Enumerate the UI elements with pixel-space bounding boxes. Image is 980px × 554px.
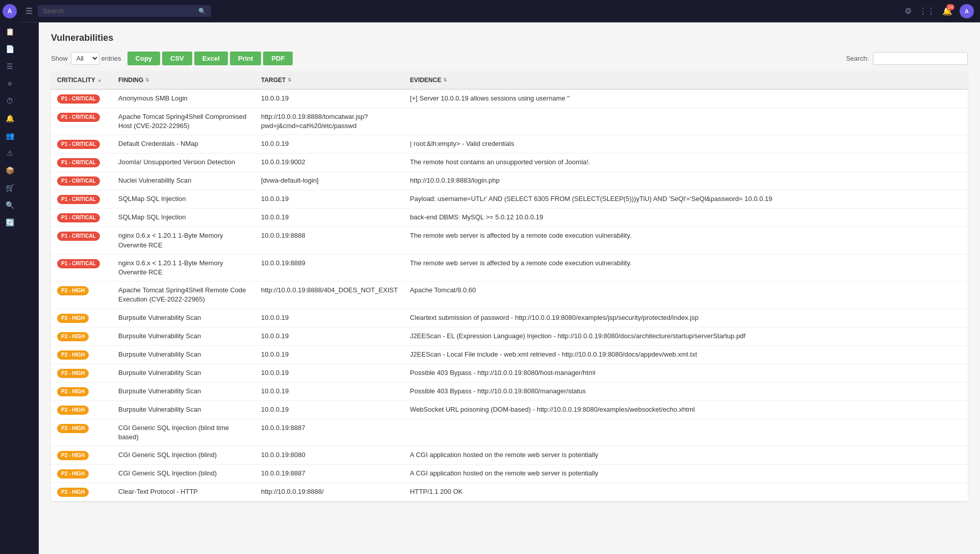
entries-label: entries xyxy=(101,55,121,62)
cell-target: 10.0.0.19 xyxy=(255,364,404,382)
sidebar-icon-reports[interactable]: 📋 xyxy=(3,24,17,39)
sidebar-icon-activity[interactable]: ⏱ xyxy=(3,94,17,108)
cell-criticality: P2 - HIGH xyxy=(51,282,112,309)
hamburger-icon[interactable]: ☰ xyxy=(25,6,33,16)
sidebar-icon-docs[interactable]: 📄 xyxy=(3,42,17,56)
sidebar-icon-refresh[interactable]: 🔄 xyxy=(3,215,17,230)
sidebar-icon-packages[interactable]: 📦 xyxy=(3,163,17,178)
csv-button[interactable]: CSV xyxy=(162,52,192,65)
cell-evidence: back-end DBMS: MySQL >= 5.0.12 10.0.0.19 xyxy=(404,209,968,227)
gear-icon[interactable]: ⚙ xyxy=(905,6,912,16)
cell-evidence: Possible 403 Bypass - http://10.0.0.19:8… xyxy=(404,364,968,382)
cell-target: 10.0.0.19:8887 xyxy=(255,419,404,446)
cell-evidence xyxy=(404,419,968,446)
cell-finding: Burpsuite Vulnerability Scan xyxy=(112,327,255,345)
severity-badge: P1 - CRITICAL xyxy=(57,213,100,222)
sidebar-logo[interactable]: A xyxy=(3,4,17,18)
table-search: Search: xyxy=(846,52,968,65)
search-bar: 🔍 xyxy=(38,5,211,17)
sidebar-icon-notifications[interactable]: 🔔 xyxy=(3,111,17,125)
table-search-input[interactable] xyxy=(873,52,968,65)
cell-evidence: WebSocket URL poisoning (DOM-based) - ht… xyxy=(404,400,968,419)
col-evidence[interactable]: EVIDENCE ⇅ xyxy=(404,71,968,89)
cell-target: http://10.0.0.19:8888/404_DOES_NOT_EXIST xyxy=(255,282,404,309)
cell-target: [dvwa-default-login] xyxy=(255,172,404,190)
cell-target: 10.0.0.19:8888 xyxy=(255,227,404,254)
show-select[interactable]: All 10 25 50 100 xyxy=(71,52,99,65)
table-row: P2 - HIGH Burpsuite Vulnerability Scan 1… xyxy=(51,382,968,400)
table-row: P2 - HIGH Burpsuite Vulnerability Scan 1… xyxy=(51,309,968,327)
severity-badge: P2 - HIGH xyxy=(57,369,89,378)
cell-finding: nginx 0.6.x < 1.20.1 1-Byte Memory Overw… xyxy=(112,227,255,254)
cell-target: 10.0.0.19 xyxy=(255,400,404,419)
table-row: P1 - CRITICAL Joomla! Unsupported Versio… xyxy=(51,154,968,172)
cell-finding: Apache Tomcat Spring4Shell Compromised H… xyxy=(112,108,255,135)
controls-row: Show All 10 25 50 100 entries Copy CSV E… xyxy=(51,52,968,65)
cell-evidence: A CGI application hosted on the remote w… xyxy=(404,464,968,483)
cell-criticality: P2 - HIGH xyxy=(51,446,112,464)
cell-criticality: P1 - CRITICAL xyxy=(51,172,112,190)
sidebar: A 📋 📄 ☰ ≡ ⏱ 🔔 👥 ⚠ 📦 🛒 🔍 🔄 xyxy=(0,0,19,554)
search-label: Search: xyxy=(846,55,869,62)
sidebar-icon-users[interactable]: 👥 xyxy=(3,129,17,143)
cell-finding: Burpsuite Vulnerability Scan xyxy=(112,400,255,419)
table-row: P1 - CRITICAL Nuclei Vulnerability Scan … xyxy=(51,172,968,190)
severity-badge: P1 - CRITICAL xyxy=(57,177,100,186)
table-row: P1 - CRITICAL Apache Tomcat Spring4Shell… xyxy=(51,108,968,135)
severity-badge: P1 - CRITICAL xyxy=(57,232,100,241)
severity-badge: P2 - HIGH xyxy=(57,424,89,433)
severity-badge: P2 - HIGH xyxy=(57,488,89,497)
col-target[interactable]: TARGET ⇅ xyxy=(255,71,404,89)
severity-badge: P1 - CRITICAL xyxy=(57,259,100,268)
copy-button[interactable]: Copy xyxy=(127,52,161,65)
cell-evidence: Apache Tomcat/9.0.60 xyxy=(404,282,968,309)
cell-finding: CGI Generic SQL Injection (blind) xyxy=(112,446,255,464)
cell-evidence: [+] Server 10.0.0.19 allows sessions usi… xyxy=(404,89,968,108)
sidebar-icon-menu[interactable]: ≡ xyxy=(3,77,17,91)
table-row: P2 - HIGH CGI Generic SQL Injection (bli… xyxy=(51,419,968,446)
cell-target: 10.0.0.19 xyxy=(255,89,404,108)
cell-evidence: The remote host contains an unsupported … xyxy=(404,154,968,172)
cell-evidence: The remote web server is affected by a r… xyxy=(404,254,968,281)
topbar-right: ⚙ ⋮⋮ 🔔 24 A xyxy=(905,4,974,18)
notification-bell[interactable]: 🔔 24 xyxy=(942,6,952,16)
cell-finding: Burpsuite Vulnerability Scan xyxy=(112,309,255,327)
excel-button[interactable]: Excel xyxy=(194,52,228,65)
severity-badge: P2 - HIGH xyxy=(57,469,89,479)
cell-finding: Joomla! Unsupported Version Detection xyxy=(112,154,255,172)
sidebar-icon-alerts[interactable]: ⚠ xyxy=(3,146,17,160)
cell-evidence: Possible 403 Bypass - http://10.0.0.19:8… xyxy=(404,382,968,400)
cell-evidence: A CGI application hosted on the remote w… xyxy=(404,446,968,464)
cell-target: http://10.0.0.19:8888/ xyxy=(255,483,404,501)
cell-criticality: P1 - CRITICAL xyxy=(51,190,112,209)
severity-badge: P1 - CRITICAL xyxy=(57,113,100,122)
avatar[interactable]: A xyxy=(960,4,974,18)
grid-icon[interactable]: ⋮⋮ xyxy=(919,6,935,16)
table-row: P2 - HIGH Clear-Text Protocol - HTTP htt… xyxy=(51,483,968,501)
cell-finding: CGI Generic SQL Injection (blind) xyxy=(112,464,255,483)
cell-criticality: P1 - CRITICAL xyxy=(51,209,112,227)
cell-finding: Burpsuite Vulnerability Scan xyxy=(112,382,255,400)
col-finding[interactable]: FINDING ⇅ xyxy=(112,71,255,89)
sidebar-icon-shopping[interactable]: 🛒 xyxy=(3,181,17,195)
sidebar-icon-search[interactable]: 🔍 xyxy=(3,198,17,212)
cell-finding: Clear-Text Protocol - HTTP xyxy=(112,483,255,501)
cell-finding: Anonymous SMB Login xyxy=(112,89,255,108)
sidebar-icon-list[interactable]: ☰ xyxy=(3,59,17,73)
severity-badge: P2 - HIGH xyxy=(57,451,89,460)
severity-badge: P1 - CRITICAL xyxy=(57,195,100,204)
table-row: P2 - HIGH CGI Generic SQL Injection (bli… xyxy=(51,446,968,464)
search-input[interactable] xyxy=(43,7,195,15)
severity-badge: P1 - CRITICAL xyxy=(57,158,100,167)
pdf-button[interactable]: PDF xyxy=(263,52,293,65)
print-button[interactable]: Print xyxy=(230,52,262,65)
table-row: P2 - HIGH Apache Tomcat Spring4Shell Rem… xyxy=(51,282,968,309)
page-title: Vulnerabilities xyxy=(51,33,968,43)
table-row: P2 - HIGH Burpsuite Vulnerability Scan 1… xyxy=(51,345,968,364)
severity-badge: P2 - HIGH xyxy=(57,406,89,415)
cell-target: 10.0.0.19 xyxy=(255,190,404,209)
cell-criticality: P2 - HIGH xyxy=(51,382,112,400)
cell-target: 10.0.0.19 xyxy=(255,209,404,227)
table-row: P2 - HIGH Burpsuite Vulnerability Scan 1… xyxy=(51,364,968,382)
col-criticality[interactable]: CRITICALITY ▲ xyxy=(51,71,112,89)
